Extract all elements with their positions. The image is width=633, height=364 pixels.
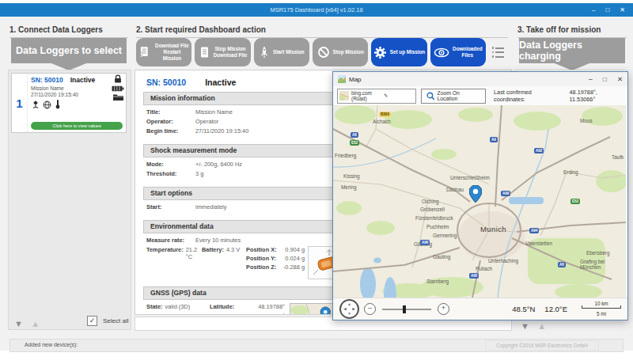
- status-bar: Added new device(s): Copyright ©2016 MSR…: [9, 339, 624, 352]
- msr-dashboard-screen: MSR175 Dashboard [x64] v1.02.18 – □ ✕ 1.…: [0, 0, 633, 364]
- field-label: Battery:: [202, 246, 224, 253]
- provider-edit-icon[interactable]: ✎: [384, 93, 414, 99]
- map-window: Map – □ ✕ bing.com (Road) ✎: [332, 71, 628, 320]
- map-maximize-icon[interactable]: □: [603, 75, 607, 83]
- road-badge: A9: [490, 137, 498, 142]
- field-label: Position Z:: [246, 264, 276, 271]
- pan-left-icon: ◀: [343, 307, 347, 311]
- field-label: State:: [146, 303, 163, 310]
- section-header-action: 2. Start required Dashboard action: [136, 25, 508, 38]
- zoom-on-location-button[interactable]: Zoom On Location: [421, 89, 486, 104]
- rocket-icon: [259, 46, 270, 59]
- set-up-mission-button[interactable]: Set up Mission: [371, 38, 426, 66]
- map-canvas[interactable]: AichachFriedbergKissingMeringDachauUnter…: [333, 105, 626, 298]
- field-value: Operator: [195, 118, 218, 125]
- map-place-label: Pullach: [476, 266, 492, 271]
- stop-mission-button[interactable]: Stop Mission: [313, 38, 368, 66]
- list-view-menu-icon[interactable]: [489, 38, 510, 66]
- field-value: Every 10 minutes: [195, 237, 241, 244]
- detail-serial: SN: 50010: [146, 78, 186, 87]
- map-pin-icon: [469, 185, 482, 203]
- pan-down-icon: ▼: [347, 312, 351, 316]
- button-label: Stop Mission: [214, 46, 248, 52]
- window-title: MSR175 Dashboard [x64] v1.02.18: [270, 6, 362, 13]
- field-value: immediately: [195, 203, 226, 210]
- view-values-button[interactable]: Click here to view values: [31, 122, 123, 130]
- map-place-label: Friedberg: [335, 153, 356, 158]
- scroll-up-button[interactable]: ▲: [31, 319, 40, 328]
- maximize-icon[interactable]: □: [605, 6, 609, 13]
- field-value: valid (3D): [165, 303, 191, 310]
- map-place-label: Taufk: [612, 154, 624, 160]
- magnifier-icon: [426, 92, 435, 100]
- select-all-label: Select all: [103, 317, 128, 324]
- map-place-label: Kissing: [343, 173, 360, 179]
- gps-satellite-icon: [31, 100, 40, 109]
- zoom-slider[interactable]: [382, 309, 431, 310]
- minimize-icon[interactable]: –: [592, 6, 595, 13]
- field-value: +/- 200g, 6400 Hz: [195, 161, 242, 168]
- road-badge: A92: [534, 148, 544, 154]
- road-badge: A8: [558, 262, 566, 267]
- window-title-bar: MSR175 Dashboard [x64] v1.02.18 – □ ✕: [0, 3, 633, 17]
- map-place-label: Olching: [422, 199, 439, 204]
- map-window-title-bar[interactable]: Map – □ ✕: [333, 72, 627, 86]
- no-entry-icon: [317, 46, 330, 59]
- pan-control[interactable]: ▲ ▼ ◀ ▶: [339, 299, 359, 319]
- map-scale: 10 km 5 mi: [582, 301, 621, 317]
- map-close-icon[interactable]: ✕: [617, 75, 623, 83]
- map-place-label: Gauting: [433, 254, 450, 260]
- map-provider-select[interactable]: bing.com (Road) ✎: [337, 89, 416, 104]
- map-window-icon: [338, 75, 346, 83]
- field-value: Mission Name: [195, 108, 233, 116]
- field-value: 0.024 g: [285, 255, 305, 262]
- map-place-label: Aichach: [373, 119, 391, 124]
- field-label: Temperature:: [146, 246, 184, 260]
- download-restart-icon: [138, 46, 151, 59]
- map-place-label: Mering: [341, 184, 357, 190]
- button-label: Files: [453, 52, 482, 59]
- scale-mi-label: 5 mi: [582, 312, 621, 317]
- document-icon: [199, 46, 210, 59]
- zoom-in-button[interactable]: +: [438, 303, 449, 315]
- button-label: Download File: [214, 52, 248, 59]
- data-loggers-to-select-banner: Data Loggers to select: [11, 38, 127, 63]
- road-badge: A94: [529, 228, 539, 233]
- scale-bar: [582, 308, 621, 312]
- field-label: Longitude:: [210, 313, 259, 315]
- zoom-slider-handle[interactable]: [403, 305, 406, 313]
- download-file-restart-mission-button[interactable]: Download File Restart Mission: [136, 38, 191, 66]
- button-label: Restart Mission: [154, 49, 191, 62]
- downloaded-files-button[interactable]: Downloaded Files: [430, 38, 486, 66]
- select-all-checkbox[interactable]: ✓: [87, 316, 97, 326]
- map-longitude-readout: 12.0°E: [544, 305, 567, 313]
- field-label: Mode:: [146, 161, 195, 168]
- field-value: 27/11/2020 19:15:40: [195, 127, 248, 135]
- button-label: Start Mission: [273, 49, 305, 55]
- scroll-down-button-right[interactable]: ▼: [521, 321, 529, 331]
- field-value: 0.904 g: [285, 246, 305, 253]
- map-place-label: Starnberg: [426, 279, 449, 284]
- map-place-label: Ebersberg: [586, 250, 610, 256]
- scroll-up-button-right[interactable]: ▲: [537, 321, 546, 331]
- map-provider-value: bing.com (Road): [351, 90, 381, 101]
- device-list-panel: 1 SN: 50010 Inactive Mission Name 27/11/…: [8, 70, 131, 330]
- map-bottom-bar: ▲ ▼ ◀ ▶ – + 48.5°N 12.0°E 10 km 5 mi: [333, 298, 627, 320]
- close-icon[interactable]: ✕: [620, 6, 625, 13]
- map-place-label: Germering: [433, 233, 457, 238]
- start-mission-button[interactable]: Start Mission: [254, 38, 309, 66]
- field-value: 11.53066°: [259, 313, 285, 315]
- pan-up-icon: ▲: [347, 302, 351, 306]
- map-toolbar: bing.com (Road) ✎ Zoom On Location Last …: [333, 86, 627, 105]
- scroll-down-button[interactable]: ▼: [14, 319, 23, 328]
- zoom-out-button[interactable]: –: [364, 303, 376, 315]
- map-place-label: Vaterstetten: [525, 241, 552, 246]
- thermometer-icon: [55, 100, 61, 109]
- button-label: Downloaded: [453, 46, 482, 52]
- button-label: Stop Mission: [333, 49, 364, 55]
- status-message: Added new device(s):: [25, 342, 78, 347]
- map-minimize-icon[interactable]: –: [589, 75, 593, 83]
- section-header-connect: 1. Connect Data Loggers: [9, 25, 128, 38]
- stop-mission-download-file-button[interactable]: Stop Mission Download File: [195, 38, 250, 66]
- device-card[interactable]: 1 SN: 50010 Inactive Mission Name 27/11/…: [11, 73, 127, 133]
